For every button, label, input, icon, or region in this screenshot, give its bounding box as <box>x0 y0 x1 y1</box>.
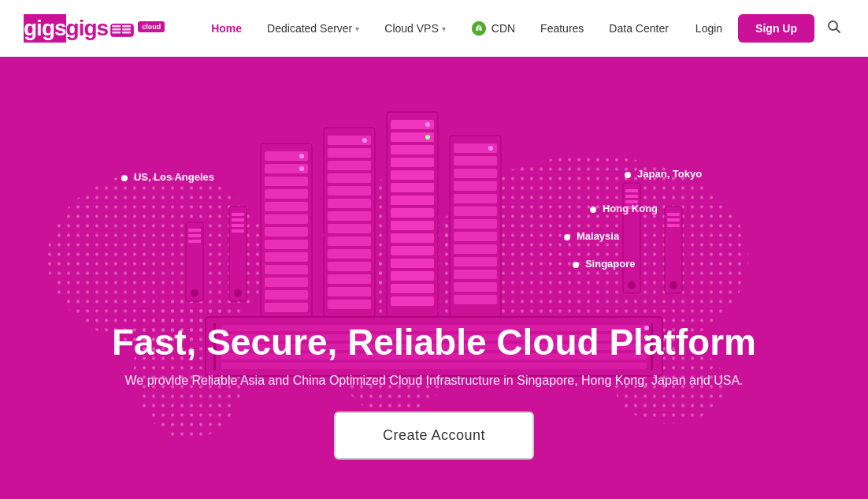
location-us-la: US, Los Angeles <box>121 171 214 183</box>
navbar: gigsgigs cloud Home Dedicated Server ▾ C… <box>0 0 868 57</box>
logo-badge: cloud <box>138 21 165 32</box>
nav-link-cdn[interactable]: CDN <box>458 0 528 57</box>
svg-rect-2 <box>112 28 121 30</box>
logo-gigs2: gigs <box>66 16 109 41</box>
svg-rect-3 <box>112 32 121 33</box>
nav-links: Home Dedicated Server ▾ Cloud VPS ▾ <box>198 0 681 57</box>
login-link[interactable]: Login <box>689 22 729 35</box>
logo-cloud-icon <box>109 18 135 39</box>
nav-link-features[interactable]: Features <box>528 0 596 57</box>
nav-link-dedicated-server[interactable]: Dedicated Server ▾ <box>254 0 372 57</box>
nav-link-cloud-vps[interactable]: Cloud VPS ▾ <box>372 0 458 57</box>
location-hong-kong: Hong Kong <box>590 203 658 214</box>
search-button[interactable] <box>824 20 844 38</box>
chevron-down-icon: ▾ <box>442 24 446 33</box>
nav-item-home[interactable]: Home <box>198 0 254 57</box>
search-icon <box>827 20 841 34</box>
hero-text: Fast, Secure, Reliable Cloud Platform We… <box>0 322 868 460</box>
nav-item-dedicated-server[interactable]: Dedicated Server ▾ <box>254 0 372 57</box>
location-malaysia: Malaysia <box>564 230 619 242</box>
svg-rect-5 <box>122 28 131 30</box>
hero-title: Fast, Secure, Reliable Cloud Platform <box>0 322 868 363</box>
logo-gigs1: gigs <box>24 14 66 43</box>
hero-section: US, Los Angeles Japan, Tokyo Hong Kong M… <box>0 57 868 499</box>
signup-button[interactable]: Sign Up <box>738 14 814 43</box>
nav-item-features[interactable]: Features <box>528 0 596 57</box>
svg-rect-6 <box>122 32 131 33</box>
nav-item-cloud-vps[interactable]: Cloud VPS ▾ <box>372 0 458 57</box>
chevron-down-icon: ▾ <box>355 24 359 33</box>
hero-subtitle: We provide Reliable Asia and China Optim… <box>0 374 868 388</box>
svg-rect-1 <box>112 25 121 27</box>
nav-link-home[interactable]: Home <box>198 0 254 57</box>
svg-line-9 <box>836 28 840 32</box>
logo[interactable]: gigsgigs cloud <box>24 14 165 43</box>
create-account-button[interactable]: Create Account <box>334 411 534 460</box>
location-japan-tokyo: Japan, Tokyo <box>625 168 702 180</box>
cdn-leaf-icon <box>471 20 487 36</box>
location-singapore: Singapore <box>573 258 635 270</box>
nav-actions: Login Sign Up <box>689 14 844 43</box>
nav-item-cdn[interactable]: CDN <box>458 0 528 57</box>
svg-rect-4 <box>122 25 131 27</box>
nav-link-data-center[interactable]: Data Center <box>596 0 681 57</box>
nav-item-data-center[interactable]: Data Center <box>596 0 681 57</box>
